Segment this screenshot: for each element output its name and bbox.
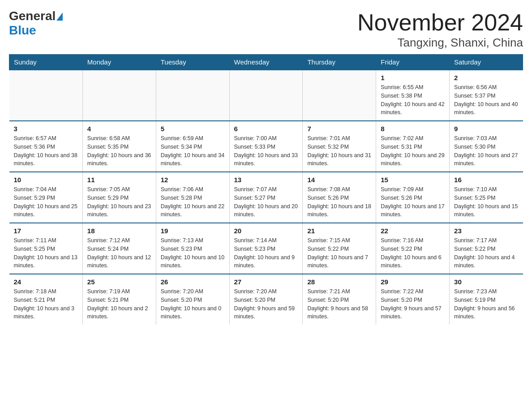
day-info: Sunrise: 7:19 AMSunset: 5:21 PMDaylight:…: [87, 287, 151, 321]
calendar-cell: 20Sunrise: 7:14 AMSunset: 5:23 PMDayligh…: [229, 223, 303, 274]
day-number: 9: [454, 125, 518, 133]
days-of-week-row: SundayMondayTuesdayWednesdayThursdayFrid…: [9, 55, 523, 70]
day-number: 11: [87, 176, 151, 184]
day-of-week-header: Friday: [376, 55, 450, 70]
day-info: Sunrise: 7:05 AMSunset: 5:29 PMDaylight:…: [87, 185, 151, 219]
calendar-cell: 13Sunrise: 7:07 AMSunset: 5:27 PMDayligh…: [229, 172, 303, 223]
day-of-week-header: Monday: [82, 55, 156, 70]
day-number: 6: [234, 125, 298, 133]
day-info: Sunrise: 6:57 AMSunset: 5:36 PMDaylight:…: [14, 134, 78, 168]
day-info: Sunrise: 7:06 AMSunset: 5:28 PMDaylight:…: [161, 185, 225, 219]
calendar-cell: 25Sunrise: 7:19 AMSunset: 5:21 PMDayligh…: [82, 274, 156, 325]
day-number: 27: [234, 278, 298, 286]
day-number: 10: [14, 176, 78, 184]
day-number: 15: [381, 176, 445, 184]
calendar-cell: 11Sunrise: 7:05 AMSunset: 5:29 PMDayligh…: [82, 172, 156, 223]
logo-arrow-icon: [56, 13, 63, 21]
day-of-week-header: Saturday: [450, 55, 523, 70]
logo-text: General: [9, 9, 63, 23]
calendar-body: 1Sunrise: 6:55 AMSunset: 5:38 PMDaylight…: [9, 70, 523, 325]
page-header: General Blue November 2024 Tangxing, Sha…: [9, 9, 523, 50]
title-block: November 2024 Tangxing, Shanxi, China: [357, 9, 523, 50]
logo-blue: Blue: [9, 23, 36, 38]
day-number: 21: [307, 227, 371, 235]
day-number: 24: [14, 278, 78, 286]
calendar-cell: 30Sunrise: 7:23 AMSunset: 5:19 PMDayligh…: [450, 274, 523, 325]
calendar-week-row: 17Sunrise: 7:11 AMSunset: 5:25 PMDayligh…: [9, 223, 523, 274]
calendar-cell: 2Sunrise: 6:56 AMSunset: 5:37 PMDaylight…: [450, 70, 523, 121]
day-number: 28: [307, 278, 371, 286]
calendar-week-row: 10Sunrise: 7:04 AMSunset: 5:29 PMDayligh…: [9, 172, 523, 223]
day-info: Sunrise: 7:21 AMSunset: 5:20 PMDaylight:…: [307, 287, 371, 321]
day-number: 26: [161, 278, 225, 286]
calendar-cell: 3Sunrise: 6:57 AMSunset: 5:36 PMDaylight…: [9, 121, 83, 172]
calendar-cell: 27Sunrise: 7:20 AMSunset: 5:20 PMDayligh…: [229, 274, 303, 325]
day-info: Sunrise: 7:12 AMSunset: 5:24 PMDaylight:…: [87, 236, 151, 270]
calendar-cell: 12Sunrise: 7:06 AMSunset: 5:28 PMDayligh…: [156, 172, 229, 223]
calendar-table: SundayMondayTuesdayWednesdayThursdayFrid…: [9, 54, 523, 325]
day-info: Sunrise: 7:20 AMSunset: 5:20 PMDaylight:…: [161, 287, 225, 321]
calendar-week-row: 1Sunrise: 6:55 AMSunset: 5:38 PMDaylight…: [9, 70, 523, 121]
logo: General Blue: [9, 9, 63, 38]
day-info: Sunrise: 7:23 AMSunset: 5:19 PMDaylight:…: [454, 287, 518, 321]
calendar-cell: 22Sunrise: 7:16 AMSunset: 5:22 PMDayligh…: [376, 223, 450, 274]
calendar-title: November 2024: [357, 9, 523, 36]
day-number: 17: [14, 227, 78, 235]
day-info: Sunrise: 7:10 AMSunset: 5:25 PMDaylight:…: [454, 185, 518, 219]
calendar-cell: 16Sunrise: 7:10 AMSunset: 5:25 PMDayligh…: [450, 172, 523, 223]
day-info: Sunrise: 7:18 AMSunset: 5:21 PMDaylight:…: [14, 287, 78, 321]
calendar-cell: 9Sunrise: 7:03 AMSunset: 5:30 PMDaylight…: [450, 121, 523, 172]
day-info: Sunrise: 6:59 AMSunset: 5:34 PMDaylight:…: [161, 134, 225, 168]
day-info: Sunrise: 6:58 AMSunset: 5:35 PMDaylight:…: [87, 134, 151, 168]
calendar-cell: 8Sunrise: 7:02 AMSunset: 5:31 PMDaylight…: [376, 121, 450, 172]
day-number: 12: [161, 176, 225, 184]
calendar-cell: 7Sunrise: 7:01 AMSunset: 5:32 PMDaylight…: [303, 121, 376, 172]
day-info: Sunrise: 6:56 AMSunset: 5:37 PMDaylight:…: [454, 83, 518, 117]
day-of-week-header: Wednesday: [229, 55, 303, 70]
day-number: 7: [307, 125, 371, 133]
day-info: Sunrise: 7:03 AMSunset: 5:30 PMDaylight:…: [454, 134, 518, 168]
day-number: 2: [454, 74, 518, 81]
calendar-week-row: 3Sunrise: 6:57 AMSunset: 5:36 PMDaylight…: [9, 121, 523, 172]
day-info: Sunrise: 7:01 AMSunset: 5:32 PMDaylight:…: [307, 134, 371, 168]
day-number: 19: [161, 227, 225, 235]
calendar-cell: 29Sunrise: 7:22 AMSunset: 5:20 PMDayligh…: [376, 274, 450, 325]
calendar-cell: 24Sunrise: 7:18 AMSunset: 5:21 PMDayligh…: [9, 274, 83, 325]
calendar-subtitle: Tangxing, Shanxi, China: [357, 36, 523, 50]
day-number: 23: [454, 227, 518, 235]
calendar-cell: 1Sunrise: 6:55 AMSunset: 5:38 PMDaylight…: [376, 70, 450, 121]
day-info: Sunrise: 7:09 AMSunset: 5:26 PMDaylight:…: [381, 185, 445, 219]
logo-general: General: [9, 9, 56, 23]
day-info: Sunrise: 7:08 AMSunset: 5:26 PMDaylight:…: [307, 185, 371, 219]
day-info: Sunrise: 7:13 AMSunset: 5:23 PMDaylight:…: [161, 236, 225, 270]
day-number: 16: [454, 176, 518, 184]
calendar-week-row: 24Sunrise: 7:18 AMSunset: 5:21 PMDayligh…: [9, 274, 523, 325]
day-info: Sunrise: 7:22 AMSunset: 5:20 PMDaylight:…: [381, 287, 445, 321]
day-number: 8: [381, 125, 445, 133]
day-info: Sunrise: 7:00 AMSunset: 5:33 PMDaylight:…: [234, 134, 298, 168]
day-info: Sunrise: 7:14 AMSunset: 5:23 PMDaylight:…: [234, 236, 298, 270]
day-of-week-header: Tuesday: [156, 55, 229, 70]
day-info: Sunrise: 7:07 AMSunset: 5:27 PMDaylight:…: [234, 185, 298, 219]
calendar-cell: 19Sunrise: 7:13 AMSunset: 5:23 PMDayligh…: [156, 223, 229, 274]
calendar-cell: 14Sunrise: 7:08 AMSunset: 5:26 PMDayligh…: [303, 172, 376, 223]
day-info: Sunrise: 6:55 AMSunset: 5:38 PMDaylight:…: [381, 83, 445, 117]
day-info: Sunrise: 7:04 AMSunset: 5:29 PMDaylight:…: [14, 185, 78, 219]
calendar-cell: [9, 70, 83, 121]
calendar-cell: [229, 70, 303, 121]
day-number: 25: [87, 278, 151, 286]
day-of-week-header: Thursday: [303, 55, 376, 70]
day-number: 5: [161, 125, 225, 133]
day-number: 3: [14, 125, 78, 133]
calendar-cell: 4Sunrise: 6:58 AMSunset: 5:35 PMDaylight…: [82, 121, 156, 172]
day-info: Sunrise: 7:15 AMSunset: 5:22 PMDaylight:…: [307, 236, 371, 270]
day-number: 22: [381, 227, 445, 235]
day-info: Sunrise: 7:11 AMSunset: 5:25 PMDaylight:…: [14, 236, 78, 270]
day-number: 1: [381, 74, 445, 81]
calendar-cell: 23Sunrise: 7:17 AMSunset: 5:22 PMDayligh…: [450, 223, 523, 274]
calendar-cell: 21Sunrise: 7:15 AMSunset: 5:22 PMDayligh…: [303, 223, 376, 274]
calendar-cell: 10Sunrise: 7:04 AMSunset: 5:29 PMDayligh…: [9, 172, 83, 223]
calendar-cell: 6Sunrise: 7:00 AMSunset: 5:33 PMDaylight…: [229, 121, 303, 172]
calendar-cell: [156, 70, 229, 121]
calendar-cell: 18Sunrise: 7:12 AMSunset: 5:24 PMDayligh…: [82, 223, 156, 274]
